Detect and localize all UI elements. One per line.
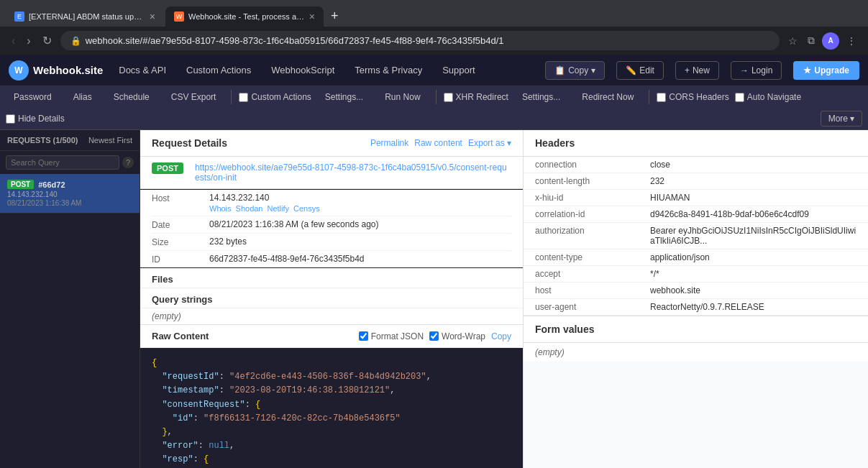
whois-link[interactable]: Whois [209,204,232,213]
new-button[interactable]: + New [675,61,719,80]
search-help-icon[interactable]: ? [122,157,134,168]
new-tab-button[interactable]: + [325,6,344,27]
redirect-now-button[interactable]: Redirect Now [574,89,641,105]
tab-external[interactable]: E [EXTERNAL] ABDM status update... × [6,6,164,27]
header-row-content-type: content-type application/json [524,249,868,266]
more-chevron-icon: ▾ [850,114,854,124]
netlify-link[interactable]: Netlify [268,204,290,213]
export-as-link[interactable]: Export as ▾ [468,138,511,148]
nav-webhookscript[interactable]: WebhookScript [267,62,339,78]
lock-icon: 🔒 [70,36,81,46]
extensions-button[interactable]: ⧉ [805,32,818,50]
app-name: Webhook.site [33,64,103,76]
star-icon: ★ [803,65,811,75]
reload-button[interactable]: ↻ [40,31,55,50]
cors-headers-input[interactable] [657,93,666,102]
query-strings-section: Query strings (empty) [140,288,523,325]
host-ext-links: Whois Shodan Netlify Censys [209,204,511,213]
copy-icon: 📋 [554,65,565,75]
xhr-redirect-checkbox[interactable]: XHR Redirect [444,92,508,102]
cors-headers-checkbox[interactable]: CORS Headers [657,92,728,102]
nav-terms-privacy[interactable]: Terms & Privacy [350,62,426,78]
sidebar: REQUESTS (1/500) Newest First ? POST #66… [0,130,140,468]
url-row: POST https://webhook.site/ae79e55d-8107-… [140,157,523,189]
header-name-x-hiu-id: x-hiu-id [535,193,650,203]
csv-export-button[interactable]: CSV Export [163,89,224,105]
header-value-correlation-id: d9426c8a-8491-418b-9daf-b06e6c4cdf09 [650,209,856,219]
raw-content-link[interactable]: Raw content [414,138,462,148]
menu-button[interactable]: ⋮ [844,32,859,50]
login-button[interactable]: → Login [731,61,782,80]
bookmark-button[interactable]: ☆ [785,32,800,50]
app-logo: W Webhook.site [9,60,103,81]
header-value-content-length: 232 [650,176,856,186]
schedule-button[interactable]: Schedule [106,89,157,105]
format-json-checkbox[interactable]: Format JSON [359,331,424,341]
profile-button[interactable]: A [822,32,839,50]
tab-title-1: [EXTERNAL] ABDM status update... [29,12,145,21]
nav-docs[interactable]: Docs & API [114,62,170,78]
edit-button[interactable]: ✏️ Edit [616,61,664,80]
post-badge: POST [152,162,183,174]
run-now-button[interactable]: Run Now [377,89,428,105]
custom-actions-input[interactable] [239,93,248,102]
hide-details-checkbox[interactable]: Hide Details [6,114,65,124]
plus-icon: + [685,65,690,75]
word-wrap-checkbox[interactable]: Word-Wrap [429,331,485,341]
search-input[interactable] [6,155,119,170]
request-time: 08/21/2023 1:16:38 AM [7,199,132,207]
hide-details-input[interactable] [6,114,15,124]
more-button[interactable]: More ▾ [821,111,862,127]
shodan-link[interactable]: Shodan [236,204,263,213]
header-value-accept: */* [650,269,856,279]
form-values-title: Form values [524,316,868,343]
raw-content-title: Raw Content [152,331,209,341]
tab-close-2[interactable]: × [309,11,315,22]
censys-link[interactable]: Censys [293,204,320,213]
header-row-host: host webhook.site [524,283,868,299]
tab-close-1[interactable]: × [150,11,155,22]
xhr-redirect-input[interactable] [444,93,453,102]
tab-favicon-2: W [174,12,184,22]
word-wrap-input[interactable] [429,331,439,341]
form-values-value: (empty) [524,343,868,362]
custom-actions-checkbox[interactable]: Custom Actions [239,92,311,102]
settings-1-button[interactable]: Settings... [317,89,371,105]
url-bar[interactable]: 🔒 webhook.site/#/ae79e55d-8107-4598-873c… [60,31,780,50]
id-value: 66d72837-fe45-4f88-9ef4-76c3435f5b4d [209,254,511,264]
auto-navigate-input[interactable] [735,93,744,102]
sidebar-header: REQUESTS (1/500) Newest First [0,130,140,151]
password-button[interactable]: Password [6,89,60,105]
upgrade-button[interactable]: ★ Upgrade [793,61,859,80]
header-row-correlation-id: correlation-id d9426c8a-8491-418b-9daf-b… [524,206,868,223]
copy-button[interactable]: 📋 Copy ▾ [545,61,605,80]
raw-copy-link[interactable]: Copy [491,331,511,341]
alias-button[interactable]: Alias [65,89,100,105]
permalink-link[interactable]: Permalink [370,138,408,148]
settings-2-button[interactable]: Settings... [514,89,568,105]
raw-content-section: Raw Content Format JSON Word-Wrap Copy [140,325,523,468]
header-row-connection: connection close [524,157,868,173]
request-url[interactable]: https://webhook.site/ae79e55d-8107-4598-… [195,162,511,183]
files-section-header: Files [140,268,523,288]
nav-custom-actions[interactable]: Custom Actions [182,62,255,78]
request-id: #66d72 [38,180,65,189]
forward-button[interactable]: › [24,32,33,50]
size-label: Size [152,237,209,247]
tab-bar: E [EXTERNAL] ABDM status update... × W W… [0,0,868,27]
format-json-input[interactable] [359,331,368,341]
date-label: Date [152,219,209,230]
separator-2 [436,90,437,104]
auto-navigate-checkbox[interactable]: Auto Navigate [735,92,801,102]
headers-section: Headers connection close content-length … [524,130,868,316]
nav-support[interactable]: Support [438,62,480,78]
header-value-host: webhook.site [650,285,856,295]
query-strings-header: Query strings [140,288,523,308]
tab-webhook[interactable]: W Webhook.site - Test, process and... × [165,6,324,27]
right-panel: Headers connection close content-length … [523,130,868,468]
sort-button[interactable]: Newest First [88,136,132,144]
header-value-user-agent: ReactorNetty/0.9.7.RELEASE [650,302,856,312]
header-row-accept: accept */* [524,266,868,283]
request-item[interactable]: POST #66d72 14.143.232.140 08/21/2023 1:… [0,174,140,214]
back-button[interactable]: ‹ [9,32,18,50]
